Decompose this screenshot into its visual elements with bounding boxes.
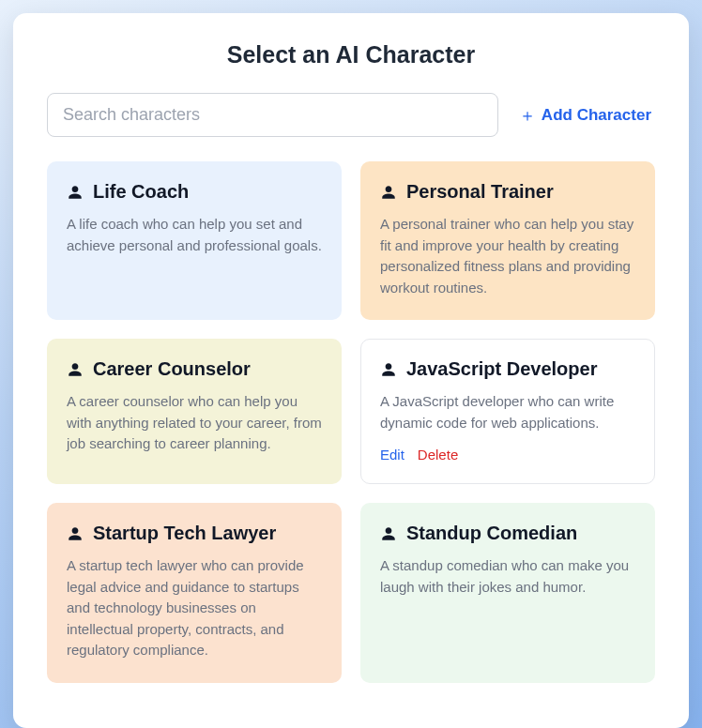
search-input[interactable] [47, 93, 498, 137]
card-title-row: Career Counselor [67, 358, 322, 380]
card-title-row: Standup Comedian [380, 523, 635, 544]
character-card[interactable]: JavaScript DeveloperA JavaScript develop… [360, 339, 655, 484]
edit-link[interactable]: Edit [380, 447, 404, 463]
person-icon [67, 361, 84, 378]
plus-icon: ＋ [519, 107, 536, 124]
card-name: Career Counselor [93, 358, 251, 380]
person-icon [380, 361, 397, 378]
card-name: Startup Tech Lawyer [93, 523, 276, 544]
person-icon [67, 184, 84, 201]
page-title: Select an AI Character [47, 41, 655, 68]
card-name: Life Coach [93, 181, 189, 203]
person-icon [380, 184, 397, 201]
character-card[interactable]: Life CoachA life coach who can help you … [47, 161, 342, 320]
person-icon [380, 525, 397, 542]
card-actions: EditDelete [380, 447, 635, 463]
character-card[interactable]: Career CounselorA career counselor who c… [47, 339, 342, 484]
character-card[interactable]: Startup Tech LawyerA startup tech lawyer… [47, 503, 342, 683]
card-name: Personal Trainer [406, 181, 554, 203]
add-character-button[interactable]: ＋ Add Character [515, 93, 655, 137]
delete-link[interactable]: Delete [418, 447, 458, 463]
card-title-row: Startup Tech Lawyer [67, 523, 322, 544]
character-grid: Life CoachA life coach who can help you … [47, 161, 655, 683]
card-description: A career counselor who can help you with… [67, 391, 322, 455]
character-card[interactable]: Standup ComedianA standup comedian who c… [360, 503, 655, 683]
card-title-row: Personal Trainer [380, 181, 635, 203]
character-panel: Select an AI Character ＋ Add Character L… [13, 13, 689, 728]
person-icon [67, 525, 84, 542]
card-name: Standup Comedian [406, 523, 577, 544]
add-character-label: Add Character [542, 106, 651, 125]
card-description: A life coach who can help you set and ac… [67, 214, 322, 256]
card-title-row: JavaScript Developer [380, 358, 635, 380]
card-description: A startup tech lawyer who can provide le… [67, 555, 322, 661]
character-card[interactable]: Personal TrainerA personal trainer who c… [360, 161, 655, 320]
header-row: ＋ Add Character [47, 93, 655, 137]
card-title-row: Life Coach [67, 181, 322, 203]
card-description: A standup comedian who can make you laug… [380, 555, 635, 598]
card-name: JavaScript Developer [406, 358, 597, 380]
card-description: A personal trainer who can help you stay… [380, 214, 635, 298]
card-description: A JavaScript developer who can write dyn… [380, 391, 635, 433]
